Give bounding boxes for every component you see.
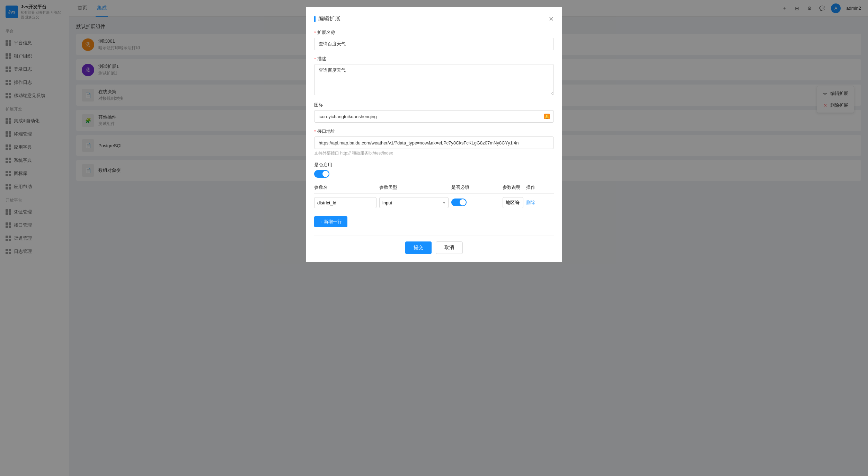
param-type-select[interactable]: input select number boolean (379, 197, 449, 208)
param-type-cell: input select number boolean ▼ (379, 197, 449, 208)
param-required-cell (451, 199, 500, 207)
param-col-name: 参数名 (314, 184, 377, 191)
param-desc-input[interactable] (503, 197, 523, 208)
param-desc-cell (503, 197, 523, 208)
desc-textarea[interactable]: 查询百度天气 (314, 64, 554, 95)
param-col-type: 参数类型 (379, 184, 449, 191)
icon-preview: 🔔 (543, 112, 551, 121)
plus-icon: + (320, 219, 322, 224)
toggle-knob (322, 171, 329, 177)
add-row-button[interactable]: + 新增一行 (314, 216, 347, 227)
modal: 编辑扩展 ✕ * 扩展名称 * 描述 查询百度天气 图标 (306, 7, 562, 262)
title-bar-accent (314, 16, 316, 22)
form-item-ext-name: * 扩展名称 (314, 29, 554, 50)
icon-input-wrapper: 🔔 (314, 110, 554, 123)
api-hint: 支持外部接口 http:// 和微服务lb://test/index (314, 150, 554, 156)
params-section: 参数名 参数类型 是否必填 参数说明 操作 input select numbe… (314, 184, 554, 227)
cancel-button[interactable]: 取消 (436, 241, 463, 254)
param-name-cell (314, 197, 377, 208)
params-header: 参数名 参数类型 是否必填 参数说明 操作 (314, 184, 554, 194)
param-delete-button[interactable]: 删除 (526, 200, 535, 205)
close-button[interactable]: ✕ (549, 16, 554, 22)
form-item-api: * 接口地址 支持外部接口 http:// 和微服务lb://test/inde… (314, 128, 554, 156)
param-name-input[interactable] (314, 197, 377, 208)
enabled-label: 是否启用 (314, 162, 554, 168)
form-item-icon: 图标 🔔 (314, 102, 554, 123)
param-type-select-wrapper: input select number boolean ▼ (379, 197, 449, 208)
param-action-cell: 删除 (526, 200, 554, 206)
param-toggle-knob (460, 199, 466, 205)
param-required-toggle[interactable] (451, 199, 467, 206)
icon-input[interactable] (314, 110, 554, 123)
submit-button[interactable]: 提交 (405, 241, 432, 254)
param-col-action: 操作 (526, 184, 554, 191)
api-input[interactable] (314, 136, 554, 149)
form-item-desc: * 描述 查询百度天气 (314, 56, 554, 96)
form-item-enabled: 是否启用 (314, 162, 554, 179)
icon-label: 图标 (314, 102, 554, 108)
modal-title: 编辑扩展 (314, 15, 340, 23)
param-col-required: 是否必填 (451, 184, 500, 191)
enabled-toggle[interactable] (314, 170, 329, 178)
ext-name-input[interactable] (314, 38, 554, 50)
ext-name-label: * 扩展名称 (314, 29, 554, 36)
params-row: input select number boolean ▼ (314, 194, 554, 212)
modal-footer: 提交 取消 (314, 236, 554, 254)
modal-overlay[interactable]: 编辑扩展 ✕ * 扩展名称 * 描述 查询百度天气 图标 (0, 0, 868, 476)
api-label: * 接口地址 (314, 128, 554, 134)
svg-text:🔔: 🔔 (545, 114, 549, 119)
modal-header: 编辑扩展 ✕ (314, 15, 554, 23)
desc-label: * 描述 (314, 56, 554, 62)
param-col-desc: 参数说明 (503, 184, 523, 191)
